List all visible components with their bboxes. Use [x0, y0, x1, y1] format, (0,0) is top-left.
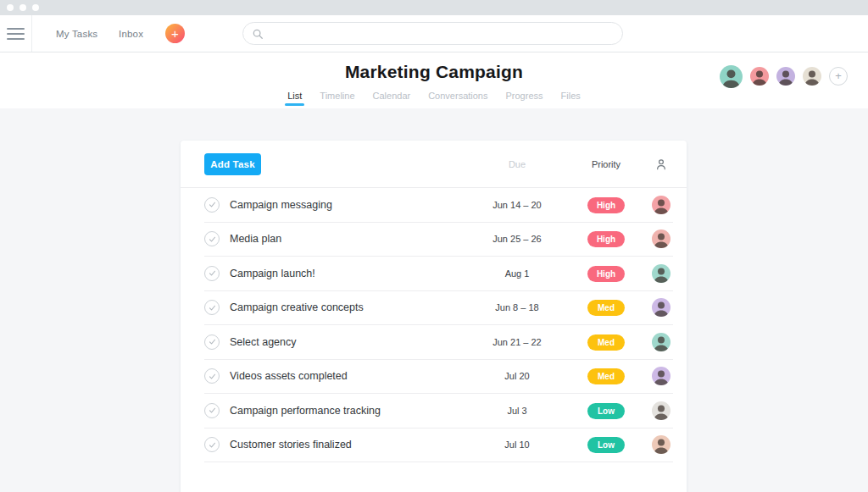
- task-due-date[interactable]: Jul 20: [470, 371, 564, 381]
- complete-check-icon[interactable]: [204, 437, 220, 452]
- column-header-assignee[interactable]: [648, 158, 673, 171]
- assignee-avatar[interactable]: [652, 298, 670, 317]
- window-control-dot[interactable]: [32, 4, 39, 11]
- avatar-silhouette: [750, 67, 769, 86]
- add-task-button[interactable]: Add Task: [204, 153, 261, 175]
- task-assignee-cell: [648, 401, 673, 420]
- task-due-date[interactable]: Jun 8 – 18: [470, 302, 564, 312]
- priority-badge[interactable]: Low: [587, 403, 625, 419]
- task-row[interactable]: Campaign creative concepts Jun 8 – 18 Me…: [204, 291, 673, 326]
- priority-badge[interactable]: Low: [587, 437, 625, 453]
- complete-check-icon[interactable]: [204, 403, 220, 418]
- tab-progress[interactable]: Progress: [506, 91, 543, 106]
- quick-add-button[interactable]: +: [165, 24, 185, 43]
- add-member-button[interactable]: +: [829, 67, 848, 86]
- priority-badge[interactable]: Med: [587, 300, 625, 316]
- task-due-date[interactable]: Jun 25 – 26: [470, 234, 564, 244]
- avatar-silhouette: [652, 435, 670, 454]
- task-due-date[interactable]: Jun 21 – 22: [470, 337, 564, 347]
- task-list-header: Add Task Due Priority: [181, 141, 687, 188]
- task-name[interactable]: Media plan: [230, 233, 470, 245]
- task-assignee-cell: [648, 367, 673, 385]
- tab-calendar[interactable]: Calendar: [373, 91, 411, 106]
- avatar-silhouette: [803, 67, 821, 86]
- task-due-date[interactable]: Jul 3: [470, 406, 564, 416]
- priority-badge[interactable]: High: [587, 197, 625, 213]
- avatar-silhouette: [652, 229, 670, 248]
- assignee-avatar[interactable]: [652, 333, 670, 351]
- assignee-avatar[interactable]: [652, 401, 670, 420]
- window-control-dot[interactable]: [19, 4, 26, 11]
- project-members: +: [720, 64, 848, 89]
- task-assignee-cell: [648, 435, 673, 454]
- task-row[interactable]: Campaign performance tracking Jul 3 Low: [204, 394, 673, 428]
- avatar-silhouette: [652, 401, 670, 420]
- window-titlebar: [0, 0, 868, 15]
- task-priority-cell: Low: [564, 436, 648, 453]
- task-row[interactable]: Media plan Jun 25 – 26 High: [204, 223, 673, 257]
- avatar-silhouette: [652, 367, 670, 385]
- priority-badge[interactable]: High: [587, 231, 625, 247]
- task-assignee-cell: [648, 298, 673, 317]
- task-name[interactable]: Videos assets completed: [230, 370, 470, 382]
- complete-check-icon[interactable]: [204, 266, 220, 281]
- task-name[interactable]: Select agency: [230, 336, 470, 348]
- sidebar-toggle-button[interactable]: [0, 15, 32, 52]
- avatar-silhouette: [652, 264, 670, 283]
- priority-badge[interactable]: Med: [587, 334, 625, 351]
- priority-badge[interactable]: High: [587, 266, 625, 282]
- tab-timeline[interactable]: Timeline: [320, 91, 354, 106]
- member-avatar[interactable]: [803, 67, 821, 86]
- tab-list[interactable]: List: [287, 91, 302, 106]
- column-header-due[interactable]: Due: [470, 159, 564, 169]
- task-row[interactable]: Campaign launch! Aug 1 High: [204, 257, 673, 291]
- task-priority-cell: Low: [564, 402, 648, 419]
- complete-check-icon[interactable]: [204, 197, 220, 213]
- assignee-avatar[interactable]: [652, 435, 670, 454]
- window-control-dot[interactable]: [7, 4, 14, 11]
- avatar-silhouette: [652, 298, 670, 317]
- task-assignee-cell: [648, 333, 673, 351]
- task-due-date[interactable]: Jul 10: [470, 439, 564, 450]
- task-rows: Campaign messaging Jun 14 – 20 High Medi…: [181, 188, 687, 462]
- search-input[interactable]: [270, 28, 614, 40]
- task-name[interactable]: Campaign performance tracking: [230, 405, 470, 417]
- task-name[interactable]: Campaign launch!: [230, 268, 470, 279]
- complete-check-icon[interactable]: [204, 300, 220, 315]
- task-assignee-cell: [648, 264, 673, 283]
- task-priority-cell: Med: [564, 299, 648, 316]
- assignee-avatar[interactable]: [652, 367, 670, 385]
- task-row[interactable]: Customer stories finalized Jul 10 Low: [204, 428, 673, 463]
- nav-inbox[interactable]: Inbox: [119, 15, 143, 52]
- task-row[interactable]: Videos assets completed Jul 20 Med: [204, 360, 673, 395]
- priority-badge[interactable]: Med: [587, 368, 625, 384]
- nav-my-tasks[interactable]: My Tasks: [56, 15, 97, 52]
- task-assignee-cell: [648, 196, 673, 214]
- task-name[interactable]: Campaign creative concepts: [230, 301, 470, 313]
- task-row[interactable]: Select agency Jun 21 – 22 Med: [204, 325, 673, 360]
- avatar-silhouette: [652, 333, 670, 351]
- avatar-silhouette: [776, 67, 795, 86]
- content-area: Add Task Due Priority Campaign messaging…: [0, 108, 868, 492]
- member-avatar[interactable]: [720, 65, 743, 88]
- complete-check-icon[interactable]: [204, 231, 220, 246]
- task-due-date[interactable]: Aug 1: [470, 268, 564, 279]
- task-name[interactable]: Campaign messaging: [230, 199, 470, 211]
- column-header-priority[interactable]: Priority: [564, 159, 648, 169]
- task-row[interactable]: Campaign messaging Jun 14 – 20 High: [204, 188, 673, 223]
- project-tabs: ListTimelineCalendarConversationsProgres…: [0, 91, 868, 106]
- complete-check-icon[interactable]: [204, 334, 220, 350]
- search-bar[interactable]: [242, 22, 623, 45]
- task-due-date[interactable]: Jun 14 – 20: [470, 200, 564, 210]
- assignee-avatar[interactable]: [652, 196, 670, 214]
- project-header: Marketing Campaign ListTimelineCalendarC…: [0, 53, 868, 108]
- member-avatar[interactable]: [776, 67, 795, 86]
- assignee-avatar[interactable]: [652, 229, 670, 248]
- member-avatar[interactable]: [750, 67, 769, 86]
- assignee-avatar[interactable]: [652, 264, 670, 283]
- tab-conversations[interactable]: Conversations: [428, 91, 487, 106]
- complete-check-icon[interactable]: [204, 368, 220, 384]
- tab-files[interactable]: Files: [561, 91, 581, 106]
- task-name[interactable]: Customer stories finalized: [230, 439, 470, 451]
- task-priority-cell: High: [564, 265, 648, 282]
